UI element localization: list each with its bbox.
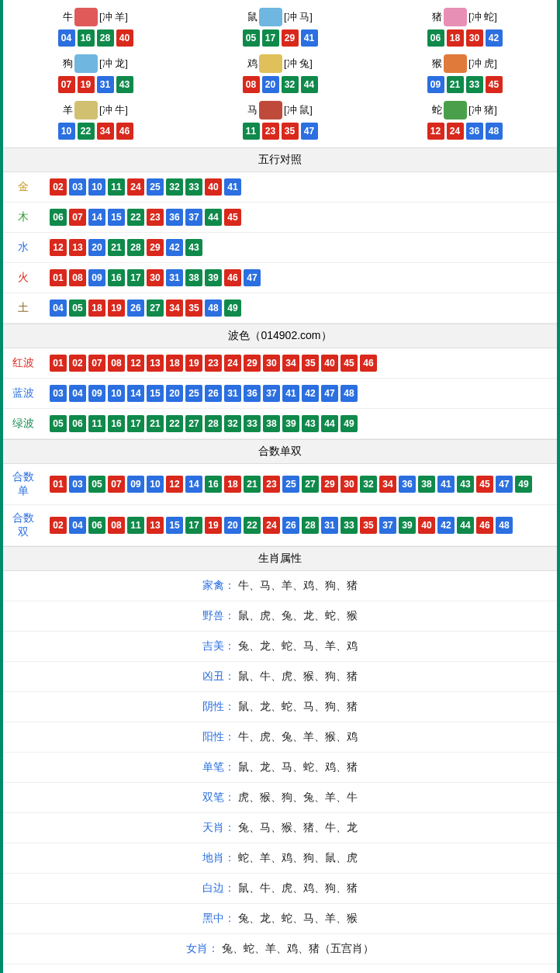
number-ball: 21 [108,239,125,256]
number-ball: 03 [69,476,86,493]
number-ball: 07 [108,476,125,493]
number-ball: 07 [58,76,75,93]
row-label: 木 [3,203,43,233]
number-ball: 09 [127,476,144,493]
row-label: 土 [3,293,43,324]
zodiac-name: 猴 [432,57,442,71]
attr-value: 兔、龙、蛇、马、羊、猴 [238,912,358,924]
number-ball: 14 [185,476,202,493]
number-ball: 30 [147,269,164,286]
number-ball: 20 [262,76,279,93]
row-label: 火 [3,263,43,293]
number-ball: 26 [282,517,299,534]
number-ball: 49 [224,300,241,317]
number-ball: 26 [205,385,222,402]
zodiac-name: 鼠 [247,10,258,24]
attr-row: 女肖：兔、蛇、羊、鸡、猪（五宫肖） [3,934,557,964]
section-header-bose: 波色（014902.com） [3,324,557,348]
number-ball: 23 [263,476,280,493]
number-ball: 45 [486,76,503,93]
attr-row: 阴性：鼠、龙、蛇、马、狗、猪 [3,692,557,722]
number-ball: 28 [127,239,144,256]
number-ball: 07 [69,209,86,226]
zodiac-name: 牛 [63,10,73,24]
number-ball: 41 [437,476,455,493]
number-ball: 41 [224,178,241,196]
zodiac-balls: 09213345 [372,76,557,93]
number-ball: 43 [185,239,202,256]
number-ball: 17 [262,29,279,47]
number-ball: 31 [166,269,183,286]
number-ball: 48 [486,123,503,140]
number-ball: 46 [476,517,493,534]
number-ball: 10 [108,385,125,402]
number-ball: 46 [360,355,377,372]
number-ball: 31 [321,517,338,534]
number-ball: 32 [360,476,377,493]
attr-value: 兔、马、猴、猪、牛、龙 [238,821,358,833]
attr-label: 地肖： [202,851,235,864]
number-ball: 37 [263,385,280,402]
number-ball: 37 [185,209,202,226]
row-balls: 0108091617303138394647 [43,263,557,293]
attr-row: 男肖：鼠、牛、虎、龙、马、猴、狗 [3,964,557,973]
number-ball: 40 [116,29,133,47]
attr-row: 野兽：鼠、虎、兔、龙、蛇、猴 [3,601,557,632]
attrs-list: 家禽：牛、马、羊、鸡、狗、猪野兽：鼠、虎、兔、龙、蛇、猴吉美：兔、龙、蛇、马、羊… [3,571,557,973]
table-row: 火0108091617303138394647 [3,263,557,293]
zodiac-balls: 05172941 [188,29,372,47]
zodiac-name: 鸡 [247,57,258,71]
zodiac-name: 狗 [63,57,73,71]
number-ball: 28 [302,517,319,534]
number-ball: 34 [282,355,299,372]
number-ball: 05 [69,300,86,317]
attr-label: 家禽： [202,579,235,591]
row-label: 绿波 [3,409,43,439]
attr-label: 单笔： [202,760,235,773]
number-ball: 47 [301,123,318,140]
row-label: 红波 [3,348,43,379]
number-ball: 12 [50,239,67,256]
number-ball: 41 [301,29,318,47]
attr-row: 黑中：兔、龙、蛇、马、羊、猴 [3,904,557,934]
number-ball: 29 [321,476,338,493]
number-ball: 04 [69,517,86,534]
number-ball: 21 [447,76,464,93]
zodiac-cell: 鸡[冲 兔]08203244 [188,50,372,96]
number-ball: 20 [166,385,183,402]
number-ball: 35 [360,517,377,534]
attr-row: 阳性：牛、虎、兔、羊、猴、鸡 [3,722,557,753]
number-ball: 36 [244,385,261,402]
number-ball: 11 [243,123,260,140]
number-ball: 15 [147,385,164,402]
number-ball: 09 [88,269,105,286]
attr-value: 鼠、龙、马、蛇、鸡、猪 [238,760,358,773]
row-label: 合数单 [3,464,43,505]
zodiac-cell: 蛇[冲 猪]12243648 [372,96,557,143]
number-ball: 14 [88,209,105,226]
attr-label: 吉美： [202,639,235,652]
number-ball: 20 [224,517,241,534]
section-header-attrs: 生肖属性 [3,546,557,571]
row-label: 蓝波 [3,379,43,409]
number-ball: 47 [244,269,261,286]
attr-label: 白边： [202,881,235,894]
number-ball: 08 [243,76,260,93]
number-ball: 43 [116,76,133,93]
number-ball: 02 [50,517,67,534]
table-row: 土04051819262734354849 [3,293,557,324]
zodiac-icon [74,101,98,119]
number-ball: 10 [58,123,75,140]
number-ball: 25 [282,476,299,493]
attr-value: 鼠、牛、虎、鸡、狗、猪 [238,881,358,894]
table-row: 合数双0204060811131517192022242628313335373… [3,505,557,546]
number-ball: 13 [147,517,164,534]
number-ball: 43 [302,415,319,432]
number-ball: 30 [340,476,358,493]
number-ball: 06 [50,209,67,226]
attr-value: 兔、蛇、羊、鸡、猪（五宫肖） [222,942,374,954]
row-balls: 04051819262734354849 [43,293,557,324]
zodiac-name: 猪 [432,10,442,24]
number-ball: 35 [282,123,299,140]
number-ball: 24 [263,517,280,534]
